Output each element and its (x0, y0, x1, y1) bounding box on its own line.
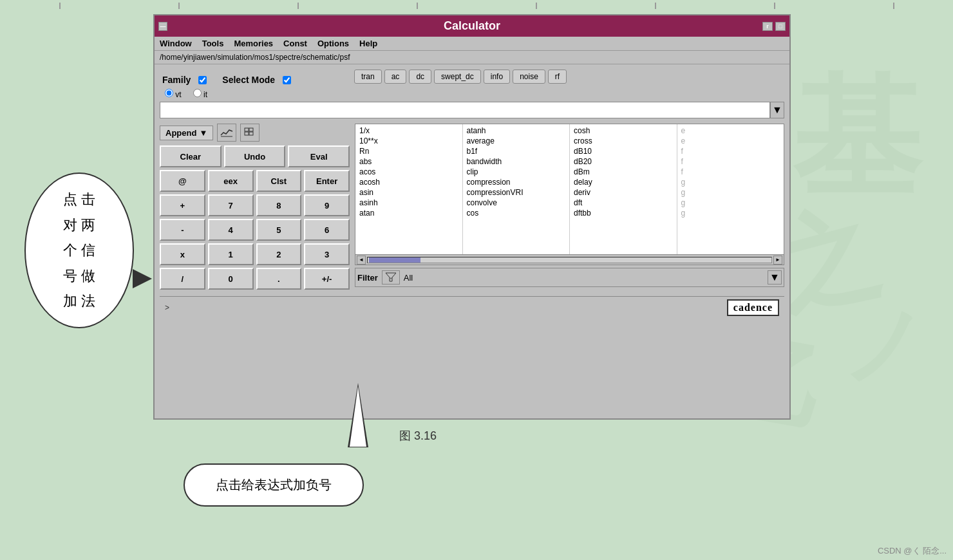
n8-button[interactable]: 8 (256, 194, 302, 216)
radio-group: vt it (165, 89, 346, 99)
append-dropdown[interactable]: Append ▼ (160, 126, 213, 140)
tab-noise[interactable]: noise (513, 70, 545, 84)
n7-button[interactable]: 7 (208, 194, 254, 216)
func-col-3: coshcrossdB10dB20dBmdelayderivdftdftbb (570, 124, 677, 254)
select-mode-checkbox[interactable] (283, 76, 291, 84)
expression-dropdown-button[interactable]: ▼ (770, 102, 784, 118)
func-item[interactable]: dft (572, 198, 674, 208)
func-item[interactable]: e (680, 136, 782, 146)
n3-button[interactable]: 3 (304, 243, 350, 265)
annotation-bottom-text: 点击给表达式加负号 (216, 478, 332, 492)
func-item[interactable]: clip (466, 167, 567, 177)
n5-button[interactable]: 5 (256, 219, 302, 241)
scroll-thumb[interactable] (369, 257, 420, 263)
filter-dropdown-button[interactable]: ▼ (768, 270, 782, 285)
radio-it-label[interactable]: it (193, 89, 207, 99)
func-item[interactable]: g (680, 198, 782, 208)
func-item[interactable]: f (680, 167, 782, 177)
func-item[interactable]: f (680, 146, 782, 156)
grid-icon-button[interactable] (240, 124, 259, 142)
func-item[interactable]: atanh (466, 126, 567, 136)
family-checkbox[interactable] (198, 76, 207, 84)
expression-input[interactable] (160, 102, 770, 118)
scroll-track[interactable] (367, 257, 772, 263)
function-list-hscrollbar[interactable]: ◄ ► (355, 254, 784, 265)
func-item[interactable]: acos (358, 167, 460, 177)
func-item[interactable]: dftbb (572, 208, 674, 218)
func-item[interactable]: asin (358, 187, 460, 198)
func-item[interactable]: dBm (572, 167, 674, 177)
n4-button[interactable]: 4 (208, 219, 254, 241)
family-label: Family (162, 75, 191, 85)
div-button[interactable]: / (160, 268, 205, 290)
tab-dc[interactable]: dc (409, 70, 431, 84)
func-item[interactable]: compression (466, 177, 567, 187)
menu-memories[interactable]: Memories (234, 39, 273, 48)
tab-swept-dc[interactable]: swept_dc (434, 70, 481, 84)
tab-rf[interactable]: rf (548, 70, 567, 84)
func-item[interactable]: bandwidth (466, 156, 567, 167)
func-item[interactable]: delay (572, 177, 674, 187)
svg-rect-1 (245, 128, 249, 131)
func-item[interactable]: dB20 (572, 156, 674, 167)
plus-button[interactable]: + (160, 194, 205, 216)
filter-icon-button[interactable]: * (382, 270, 400, 285)
func-item[interactable]: deriv (572, 187, 674, 198)
eex-button[interactable]: eex (208, 170, 254, 192)
chart-icon-button[interactable] (217, 124, 236, 142)
func-item[interactable]: cross (572, 136, 674, 146)
tab-ac[interactable]: ac (384, 70, 407, 84)
radio-vt[interactable] (165, 89, 173, 97)
clear-button[interactable]: Clear (160, 145, 222, 167)
enter-button[interactable]: Enter (304, 170, 350, 192)
func-item[interactable]: g (680, 208, 782, 218)
scroll-right-button[interactable]: ► (773, 256, 782, 265)
func-item[interactable]: acosh (358, 177, 460, 187)
plusminus-button[interactable]: +/- (304, 268, 350, 290)
func-item[interactable]: Rn (358, 146, 460, 156)
func-item[interactable]: e (680, 126, 782, 136)
at-button[interactable]: @ (160, 170, 205, 192)
dot-button[interactable]: . (256, 268, 302, 290)
minimize-button[interactable]: — (158, 22, 167, 31)
menu-tools[interactable]: Tools (202, 39, 224, 48)
maximize-button[interactable]: □ (775, 22, 786, 31)
func-item[interactable]: g (680, 187, 782, 198)
func-item[interactable]: compressionVRI (466, 187, 567, 198)
mult-button[interactable]: x (160, 243, 205, 265)
eval-button[interactable]: Eval (288, 145, 350, 167)
menu-help[interactable]: Help (359, 39, 377, 48)
n9-button[interactable]: 9 (304, 194, 350, 216)
func-item[interactable]: atan (358, 208, 460, 218)
menu-options[interactable]: Options (317, 39, 349, 48)
func-item[interactable]: b1f (466, 146, 567, 156)
func-col-2: atanhaverageb1fbandwidthclipcompressionc… (463, 124, 571, 254)
restore-button[interactable]: r (762, 22, 773, 31)
func-item[interactable]: convolve (466, 198, 567, 208)
annotation-bottom: 点击给表达式加负号 (184, 463, 364, 507)
radio-vt-label[interactable]: vt (165, 89, 182, 99)
func-item[interactable]: cos (466, 208, 567, 218)
clst-button[interactable]: Clst (256, 170, 302, 192)
n0-button[interactable]: 0 (208, 268, 254, 290)
n2-button[interactable]: 2 (256, 243, 302, 265)
func-item[interactable]: abs (358, 156, 460, 167)
func-item[interactable]: 1/x (358, 126, 460, 136)
menu-window[interactable]: Window (160, 39, 192, 48)
menu-const[interactable]: Const (283, 39, 307, 48)
tab-tran[interactable]: tran (354, 70, 382, 84)
radio-it[interactable] (193, 89, 202, 97)
func-item[interactable]: 10**x (358, 136, 460, 146)
undo-button[interactable]: Undo (224, 145, 286, 167)
scroll-left-button[interactable]: ◄ (357, 256, 366, 265)
n1-button[interactable]: 1 (208, 243, 254, 265)
n6-button[interactable]: 6 (304, 219, 350, 241)
func-item[interactable]: asinh (358, 198, 460, 208)
func-item[interactable]: cosh (572, 126, 674, 136)
func-item[interactable]: average (466, 136, 567, 146)
tab-info[interactable]: info (484, 70, 510, 84)
func-item[interactable]: dB10 (572, 146, 674, 156)
func-item[interactable]: f (680, 156, 782, 167)
func-item[interactable]: g (680, 177, 782, 187)
minus-button[interactable]: - (160, 219, 205, 241)
